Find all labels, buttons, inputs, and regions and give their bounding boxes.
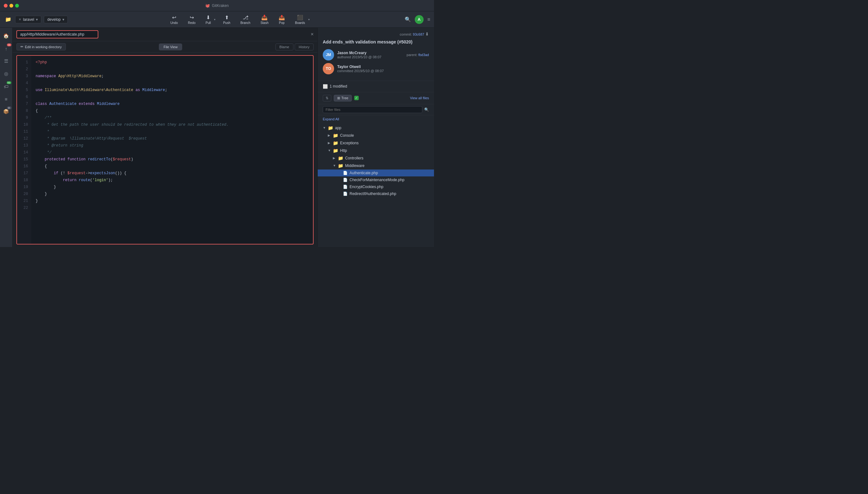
chevron-app [323, 126, 326, 130]
traffic-lights [4, 4, 19, 7]
filter-bar: 🔍 [318, 104, 434, 115]
file-view-button[interactable]: File View [159, 44, 182, 50]
tree-file-encryptcookies[interactable]: 📄 EncryptCookies.php [318, 183, 434, 190]
remote-badge: 3 [7, 43, 11, 46]
history-button[interactable]: History [295, 43, 314, 51]
app-title: 🐙 GitKraken [205, 3, 228, 8]
push-button[interactable]: ⬆ Push [221, 13, 233, 26]
toolbar: 📁 ✕ laravel ▾ develop ▾ ↩ Undo ↪ Redo ⬇ … [0, 11, 434, 28]
pop-icon: 📤 [279, 15, 285, 20]
toolbar-right: 🔍 A ≡ [405, 15, 430, 24]
branch-dropdown-icon[interactable]: ▾ [62, 17, 64, 22]
avatar[interactable]: A [415, 15, 423, 24]
filter-search-icon: 🔍 [424, 108, 429, 112]
blame-button[interactable]: Blame [276, 43, 294, 51]
close-repo-icon[interactable]: ✕ [19, 18, 21, 21]
folder-button[interactable]: 📁 [4, 15, 13, 24]
tree-folder-app[interactable]: 📁 app [318, 124, 434, 132]
sidebar-item-remote[interactable]: ↑ 3 [1, 43, 12, 54]
close-traffic-light[interactable] [4, 4, 7, 7]
tree-folder-middleware[interactable]: 📁 Middleware [318, 162, 434, 170]
tree-label: Tree [341, 96, 348, 100]
content-area: × ✏ Edit in working directory File View … [13, 28, 317, 247]
pull-button[interactable]: ⬇ Pull [203, 13, 213, 26]
close-file-button[interactable]: × [311, 32, 314, 37]
view-all-label: View all files [410, 96, 429, 100]
file-controls: ⇅ ⊞ Tree ✓ View all files [318, 92, 434, 104]
branch-tab[interactable]: develop ▾ [44, 16, 68, 23]
tree-folder-console[interactable]: 📁 Console [318, 132, 434, 139]
pull-dropdown-icon[interactable]: ▾ [214, 18, 215, 21]
pop-button[interactable]: 📤 Pop [276, 13, 287, 26]
tree-folder-exceptions[interactable]: 📁 Exceptions [318, 139, 434, 147]
commit-info: commit: 93c687 ⬇ Add ends_with validatio… [318, 28, 434, 81]
branch-button[interactable]: ⎇ Branch [238, 13, 253, 26]
tree-item-authenticate-label: Authenticate.php [350, 171, 378, 175]
tree-item-checkformaintenancemode-label: CheckForMaintenanceMode.php [350, 178, 404, 182]
branch-label: Branch [241, 21, 250, 24]
push-icon: ⬆ [225, 15, 229, 20]
repo-dropdown-icon[interactable]: ▾ [36, 17, 38, 22]
redo-icon: ↪ [190, 15, 194, 20]
author-jm-info: Jason McCreary authored 2019/5/10 @ 08:0… [337, 51, 403, 59]
sidebar-item-home[interactable]: 🏠 [1, 30, 12, 42]
commit-title: Add ends_with validation message (#5020) [323, 39, 429, 45]
right-panel: commit: 93c687 ⬇ Add ends_with validatio… [317, 28, 434, 247]
stash-icon: 📥 [261, 15, 268, 20]
tree-file-authenticate[interactable]: 📄 Authenticate.php [318, 170, 434, 176]
main-layout: 🏠 ↑ 3 ☰ ◎ 🏷 93 ≡ 📦 0 × ✏ Edit in working… [0, 28, 434, 247]
tree-item-middleware-label: Middleware [345, 164, 364, 168]
menu-button[interactable]: ≡ [427, 17, 430, 22]
branch-icon: ⎇ [243, 15, 248, 20]
toolbar-repo-section: 📁 ✕ laravel ▾ develop ▾ [4, 15, 68, 24]
undo-button[interactable]: ↩ Undo [168, 13, 180, 26]
folder-exceptions-icon: 📁 [333, 140, 338, 146]
search-button[interactable]: 🔍 [405, 16, 411, 22]
boards-dropdown-icon[interactable]: ▾ [308, 18, 310, 21]
file-path-input[interactable] [16, 30, 98, 38]
author-jm-name: Jason McCreary [337, 51, 403, 55]
download-button[interactable]: ⬇ [425, 32, 429, 37]
file-tree: 📁 app 📁 Console 📁 Exceptions 📁 Http [318, 123, 434, 247]
parent-info: parent: fbd3ad [407, 53, 429, 57]
view-all-checkbox[interactable]: ✓ [354, 96, 359, 100]
boards-label: Boards [295, 21, 305, 24]
sidebar-item-tags[interactable]: 🏷 93 [1, 81, 12, 92]
tree-file-redirectifauthenticated[interactable]: 📄 RedirectIfAuthenticated.php [318, 190, 434, 197]
modified-section: ⬜ 1 modified [318, 81, 434, 92]
view-all-button[interactable]: View all files [410, 96, 429, 100]
commit-author-to: TO Taylor Otwell committed 2019/5/10 @ 0… [323, 63, 429, 74]
author-to-info: Taylor Otwell committed 2019/5/10 @ 08:0… [337, 64, 429, 73]
chevron-controllers [333, 156, 336, 160]
tree-folder-controllers[interactable]: 📁 Controllers [318, 154, 434, 162]
repo-tab[interactable]: ✕ laravel ▾ [15, 16, 41, 23]
expand-all-button[interactable]: Expand All [318, 115, 434, 123]
sidebar-item-wip[interactable]: ◎ [1, 68, 12, 79]
edit-in-working-dir-button[interactable]: ✏ Edit in working directory [16, 43, 66, 51]
tree-view-button[interactable]: ⊞ Tree [334, 95, 352, 101]
tags-badge: 93 [7, 81, 11, 84]
boards-button[interactable]: ⬛ Boards [293, 13, 308, 26]
file-checkformaintenancemode-icon: 📄 [343, 178, 348, 182]
stash-button[interactable]: 📥 Stash [258, 13, 271, 26]
folder-controllers-icon: 📁 [338, 156, 343, 161]
tree-folder-http[interactable]: 📁 Http [318, 147, 434, 154]
sort-button[interactable]: ⇅ [323, 95, 331, 101]
tree-file-checkformaintenancemode[interactable]: 📄 CheckForMaintenanceMode.php [318, 176, 434, 183]
sidebar-item-stash[interactable]: ≡ [1, 93, 12, 104]
commit-author-jm: JM Jason McCreary authored 2019/5/10 @ 0… [323, 49, 429, 60]
maximize-traffic-light[interactable] [15, 4, 19, 7]
sidebar-item-graph[interactable]: ☰ [1, 55, 12, 67]
pull-icon: ⬇ [206, 15, 210, 20]
code-content[interactable]: <?php namespace App\Http\Middleware; use… [31, 56, 313, 244]
repo-name: laravel [23, 17, 34, 22]
chevron-console [328, 134, 331, 137]
push-label: Push [223, 21, 230, 24]
file-encryptcookies-icon: 📄 [343, 185, 348, 189]
redo-button[interactable]: ↪ Redo [185, 13, 198, 26]
filter-files-input[interactable] [323, 106, 422, 113]
tree-icon: ⊞ [337, 96, 340, 100]
minimize-traffic-light[interactable] [10, 4, 13, 7]
sidebar-item-submodules[interactable]: 📦 0 [1, 106, 12, 117]
title-bar: 🐙 GitKraken [0, 0, 434, 11]
